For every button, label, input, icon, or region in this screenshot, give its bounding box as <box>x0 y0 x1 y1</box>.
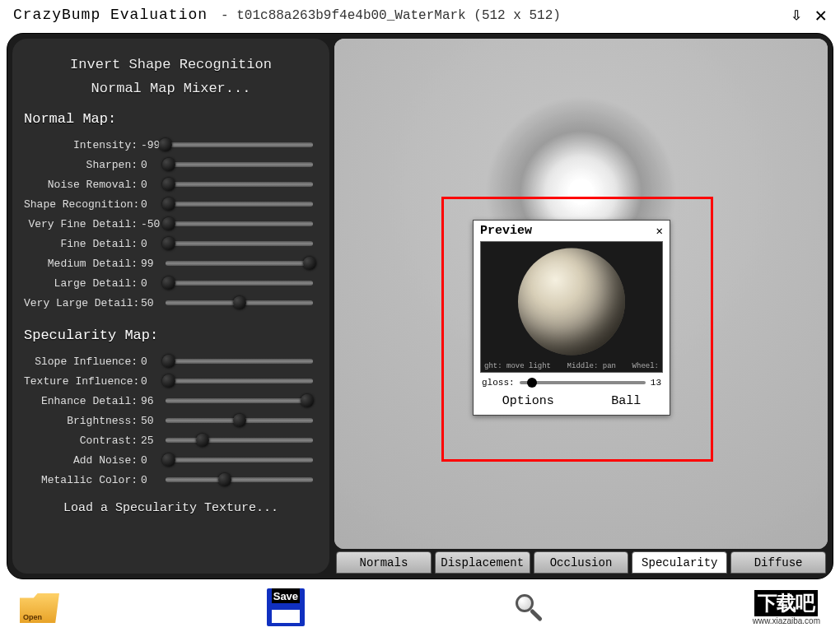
normal-slider-track[interactable] <box>166 182 313 187</box>
spec-slider-knob[interactable] <box>233 414 246 427</box>
close-button[interactable]: ✕ <box>815 3 827 27</box>
spec-slider-value: 50 <box>139 415 161 427</box>
tab-specularity[interactable]: Specularity <box>632 551 727 574</box>
normal-slider-value: -99 <box>139 139 161 151</box>
normal-slider-knob[interactable] <box>162 198 175 211</box>
spec-slider-label: Texture Influence: <box>24 375 139 388</box>
normal-slider-row: Sharpen:0 <box>24 155 318 174</box>
tab-displacement[interactable]: Displacement <box>435 551 530 574</box>
spec-slider-label: Brightness: <box>24 415 139 427</box>
spec-slider-knob[interactable] <box>301 394 314 407</box>
normal-slider-label: Intensity: <box>24 139 139 151</box>
spec-slider-knob[interactable] <box>162 355 175 368</box>
spec-slider-track[interactable] <box>166 477 313 482</box>
spec-slider-label: Slope Influence: <box>24 356 139 368</box>
normal-slider-track[interactable] <box>166 221 313 226</box>
normal-slider-value: 0 <box>139 238 161 250</box>
normal-slider-knob[interactable] <box>162 178 175 191</box>
normal-slider-track[interactable] <box>166 241 313 246</box>
gloss-slider[interactable] <box>520 381 646 384</box>
save-label: Save <box>272 588 300 603</box>
normal-slider-knob[interactable] <box>159 138 172 151</box>
hint-middle: Middle: pan <box>567 362 616 370</box>
load-specularity-texture-button[interactable]: Load a Specularity Texture... <box>24 501 318 515</box>
spec-slider-track[interactable] <box>166 438 313 443</box>
normal-slider-row: Shape Recognition:0 <box>24 194 318 214</box>
normal-slider-value: 99 <box>139 258 161 270</box>
spec-slider-track[interactable] <box>166 359 313 364</box>
spec-slider-track[interactable] <box>166 418 313 423</box>
normal-slider-value: -50 <box>139 218 161 230</box>
section-normal-map: Normal Map: <box>24 111 318 127</box>
spec-slider-value: 96 <box>139 395 161 407</box>
normal-slider-row: Fine Detail:0 <box>24 234 318 253</box>
gloss-slider-knob[interactable] <box>527 378 537 388</box>
gloss-label: gloss: <box>482 378 515 388</box>
preview-options-button[interactable]: Options <box>502 394 554 408</box>
normal-slider-knob[interactable] <box>162 158 175 171</box>
tab-diffuse[interactable]: Diffuse <box>730 551 826 574</box>
normal-slider-track[interactable] <box>166 300 313 305</box>
spec-slider-label: Enhance Detail: <box>24 395 139 407</box>
normal-slider-value: 50 <box>139 297 161 309</box>
normal-slider-row: Large Detail:0 <box>24 273 318 293</box>
normal-slider-knob[interactable] <box>162 237 175 250</box>
preview-ball-button[interactable]: Ball <box>611 394 641 408</box>
normal-slider-label: Very Large Detail: <box>24 297 139 309</box>
magnify-button[interactable] <box>512 591 545 624</box>
spec-slider-knob[interactable] <box>218 473 231 486</box>
bottom-toolbar: Save 下载吧 www.xiazaiba.com <box>0 583 840 632</box>
normal-slider-value: 0 <box>139 198 161 211</box>
preview-area[interactable]: Preview ✕ ght: move light Middle: pan Wh… <box>334 39 828 549</box>
normal-slider-row: Very Fine Detail:-50 <box>24 214 318 234</box>
save-disk-icon: Save <box>267 588 305 626</box>
normal-map-mixer-button[interactable]: Normal Map Mixer... <box>24 81 318 96</box>
spec-slider-track[interactable] <box>166 379 313 383</box>
spec-slider-value: 25 <box>139 434 161 447</box>
normal-slider-label: Large Detail: <box>24 277 139 290</box>
normal-slider-row: Very Large Detail:50 <box>24 293 318 313</box>
preview-3d-viewport[interactable]: ght: move light Middle: pan Wheel: <box>480 241 663 373</box>
section-specularity-map: Specularity Map: <box>24 328 318 343</box>
normal-slider-track[interactable] <box>166 162 313 167</box>
normal-slider-label: Noise Removal: <box>24 179 139 191</box>
open-button[interactable] <box>20 592 59 623</box>
right-panel: Preview ✕ ght: move light Middle: pan Wh… <box>334 39 828 574</box>
spec-slider-track[interactable] <box>166 398 313 403</box>
spec-slider-row: Metallic Color:0 <box>24 470 318 490</box>
spec-slider-row: Texture Influence:0 <box>24 371 318 391</box>
normal-slider-knob[interactable] <box>162 217 175 230</box>
tab-normals[interactable]: Normals <box>336 551 432 574</box>
normal-slider-knob[interactable] <box>162 276 175 290</box>
left-panel: Invert Shape Recognition Normal Map Mixe… <box>12 39 329 574</box>
normal-slider-track[interactable] <box>166 281 313 286</box>
main-panel: Invert Shape Recognition Normal Map Mixe… <box>7 33 833 579</box>
normal-slider-label: Medium Detail: <box>24 258 139 270</box>
normal-slider-track[interactable] <box>166 261 313 266</box>
normal-slider-label: Fine Detail: <box>24 238 139 250</box>
normal-slider-value: 0 <box>139 277 161 290</box>
file-name: - t01c88a263b9f4e4b00_WaterMark (512 x 5… <box>221 8 561 23</box>
spec-slider-row: Brightness:50 <box>24 411 318 430</box>
normal-slider-row: Intensity:-99 <box>24 135 318 155</box>
normal-slider-track[interactable] <box>166 142 313 147</box>
spec-slider-label: Contrast: <box>24 434 139 447</box>
gloss-value: 13 <box>651 378 661 388</box>
spec-slider-track[interactable] <box>166 458 313 462</box>
normal-slider-track[interactable] <box>166 202 313 207</box>
normal-slider-knob[interactable] <box>233 296 246 309</box>
download-arrow-icon[interactable]: ⇩ <box>791 4 801 26</box>
normal-slider-value: 0 <box>139 159 161 171</box>
invert-shape-button[interactable]: Invert Shape Recognition <box>24 57 318 72</box>
spec-slider-knob[interactable] <box>162 374 175 388</box>
hint-right: Wheel: <box>632 362 659 370</box>
normal-slider-knob[interactable] <box>303 257 316 270</box>
spec-slider-row: Contrast:25 <box>24 430 318 450</box>
spec-slider-knob[interactable] <box>162 453 175 467</box>
tab-occlusion[interactable]: Occlusion <box>534 551 629 574</box>
preview-close-icon[interactable]: ✕ <box>656 224 663 238</box>
normal-slider-label: Shape Recognition: <box>24 198 139 211</box>
save-button[interactable]: Save <box>267 588 305 626</box>
preview-title: Preview <box>480 224 532 238</box>
spec-slider-knob[interactable] <box>196 434 209 447</box>
